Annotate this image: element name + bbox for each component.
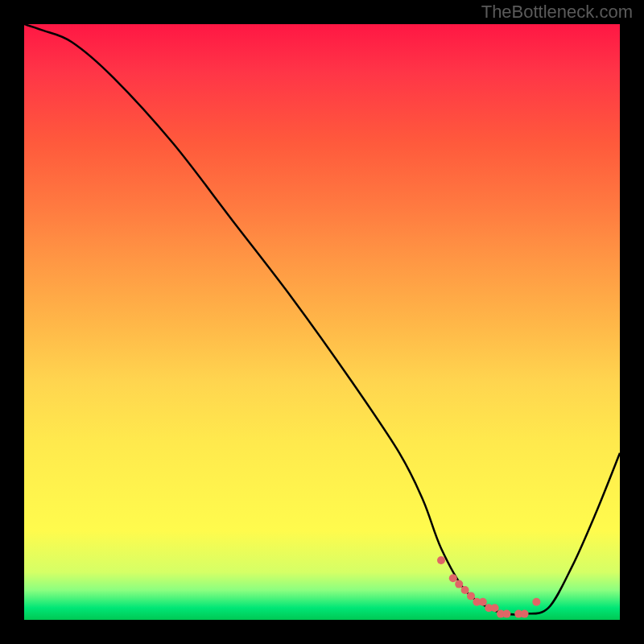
marker-dot <box>479 598 487 606</box>
marker-dot <box>449 574 457 582</box>
marker-dot <box>502 610 510 618</box>
marker-dot <box>491 604 499 612</box>
bottleneck-curve <box>24 24 620 615</box>
marker-dot <box>532 598 540 606</box>
marker-dot <box>437 556 445 564</box>
watermark-text: TheBottleneck.com <box>481 2 633 23</box>
marker-dot <box>497 610 505 618</box>
marker-dot <box>467 592 475 600</box>
curve-svg <box>24 24 620 620</box>
marker-dot <box>461 586 469 594</box>
plot-area <box>24 24 620 620</box>
marker-dot <box>485 604 493 612</box>
marker-dot <box>521 610 529 618</box>
marker-dot <box>455 580 463 588</box>
marker-dot <box>514 610 522 618</box>
highlight-markers <box>437 556 540 618</box>
marker-dot <box>473 598 481 606</box>
chart-container: TheBottleneck.com <box>0 0 644 644</box>
